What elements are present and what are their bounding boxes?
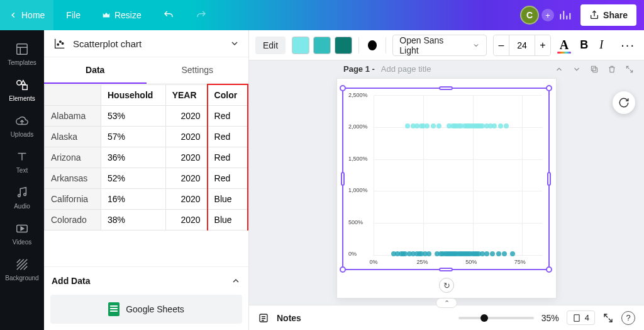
- cell-color[interactable]: Red: [208, 147, 248, 168]
- zoom-slider[interactable]: [458, 317, 534, 319]
- google-sheets-button[interactable]: Google Sheets: [50, 295, 242, 324]
- col-year[interactable]: YEAR: [165, 84, 207, 106]
- cell-year[interactable]: 2020: [165, 127, 207, 147]
- font-select[interactable]: Open Sans Light: [392, 35, 487, 56]
- row-state[interactable]: Arizona: [45, 147, 101, 168]
- delete-page[interactable]: [608, 65, 616, 74]
- row-state[interactable]: Alaska: [45, 127, 101, 147]
- cell-year[interactable]: 2020: [165, 147, 207, 168]
- cell-color[interactable]: Blue: [208, 189, 248, 210]
- col-color[interactable]: Color: [208, 84, 248, 106]
- cell-household[interactable]: 53%: [101, 106, 166, 127]
- col-blank[interactable]: [45, 84, 101, 106]
- tab-data[interactable]: Data: [44, 57, 147, 84]
- text-color-button[interactable]: A: [557, 38, 571, 52]
- font-size-minus[interactable]: –: [494, 35, 509, 55]
- expand-page[interactable]: [625, 65, 634, 74]
- rail-templates[interactable]: Templates: [0, 35, 44, 71]
- resize-handle-nw[interactable]: [340, 85, 346, 91]
- rail-background[interactable]: Background: [0, 251, 44, 287]
- cell-year[interactable]: 2020: [165, 210, 207, 230]
- row-state[interactable]: Alabama: [45, 106, 101, 127]
- zoom-value[interactable]: 35%: [541, 313, 559, 323]
- fullscreen-button[interactable]: [602, 312, 614, 324]
- notes-button[interactable]: Notes: [277, 313, 301, 323]
- rail-uploads[interactable]: Uploads: [0, 107, 44, 143]
- cell-year[interactable]: 2020: [165, 168, 207, 189]
- rail-elements[interactable]: Elements: [0, 71, 44, 107]
- page-indicator[interactable]: 4: [567, 310, 595, 325]
- share-button[interactable]: Share: [580, 4, 636, 26]
- analytics-button[interactable]: [554, 4, 575, 26]
- selection-box[interactable]: 2,500%2,000%1,500%1,000%500%0% 0%25%50%7…: [342, 88, 550, 270]
- more-button[interactable]: ···: [618, 38, 638, 52]
- font-size-input[interactable]: [509, 35, 535, 55]
- table-row[interactable]: Alabama53%2020Red: [45, 106, 248, 127]
- italic-button[interactable]: I: [597, 38, 606, 52]
- table-row[interactable]: California16%2020Blue: [45, 189, 248, 210]
- home-button[interactable]: Home: [0, 0, 53, 30]
- text-color-dot[interactable]: [368, 40, 377, 50]
- canvas-stage[interactable]: 2,500%2,000%1,500%1,000%500%0% 0%25%50%7…: [249, 76, 644, 305]
- add-data-toggle[interactable]: Add Data: [44, 266, 248, 295]
- table-row[interactable]: Arkansas52%2020Red: [45, 168, 248, 189]
- rail-videos[interactable]: Videos: [0, 215, 44, 251]
- cell-year[interactable]: 2020: [165, 106, 207, 127]
- resize-button[interactable]: Resize: [93, 0, 150, 30]
- resize-handle-w[interactable]: [341, 172, 345, 186]
- cell-household[interactable]: 16%: [101, 189, 166, 210]
- regenerate-button[interactable]: [613, 91, 635, 114]
- y-tick: 500%: [348, 219, 363, 225]
- undo-button[interactable]: [154, 0, 183, 30]
- cell-color[interactable]: Blue: [208, 210, 248, 230]
- swatch-3[interactable]: [335, 37, 352, 54]
- tab-settings[interactable]: Settings: [147, 57, 249, 84]
- cell-year[interactable]: 2020: [165, 189, 207, 210]
- canvas-page[interactable]: 2,500%2,000%1,500%1,000%500%0% 0%25%50%7…: [337, 79, 556, 298]
- font-size-plus[interactable]: +: [535, 35, 550, 55]
- data-point: [425, 123, 430, 128]
- resize-handle-n[interactable]: [439, 86, 453, 90]
- cell-color[interactable]: Red: [208, 127, 248, 147]
- resize-handle-e[interactable]: [547, 172, 551, 186]
- file-menu[interactable]: File: [57, 0, 89, 30]
- duplicate-page[interactable]: [590, 65, 599, 74]
- chart-type-selector[interactable]: Scatterplot chart: [44, 30, 248, 57]
- row-state[interactable]: Colorado: [45, 210, 101, 230]
- data-point: [436, 123, 441, 128]
- add-member-button[interactable]: +: [541, 9, 554, 21]
- table-row[interactable]: Arizona36%2020Red: [45, 147, 248, 168]
- resize-handle-s[interactable]: [439, 268, 453, 271]
- cell-household[interactable]: 57%: [101, 127, 166, 147]
- swatch-2[interactable]: [313, 37, 331, 54]
- collapse-pages-button[interactable]: ⌃: [436, 298, 457, 308]
- page-next[interactable]: [572, 65, 581, 74]
- swatch-1[interactable]: [292, 37, 309, 54]
- cell-color[interactable]: Red: [208, 106, 248, 127]
- cell-household[interactable]: 52%: [101, 168, 166, 189]
- cell-household[interactable]: 38%: [101, 210, 166, 230]
- page-prev[interactable]: [555, 65, 564, 74]
- bold-button[interactable]: B: [577, 38, 591, 52]
- col-household[interactable]: Household: [101, 84, 166, 106]
- table-row[interactable]: Alaska57%2020Red: [45, 127, 248, 147]
- edit-chart-button[interactable]: Edit: [255, 37, 286, 54]
- row-state[interactable]: California: [45, 189, 101, 210]
- rotate-handle[interactable]: ↻: [439, 278, 454, 293]
- font-size-stepper[interactable]: – +: [493, 35, 551, 56]
- data-table-wrap[interactable]: Household YEAR Color Alabama53%2020RedAl…: [44, 84, 248, 230]
- resize-handle-ne[interactable]: [546, 85, 552, 91]
- rail-text[interactable]: Text: [0, 143, 44, 179]
- cell-household[interactable]: 36%: [101, 147, 166, 168]
- resize-handle-sw[interactable]: [340, 266, 346, 273]
- help-button[interactable]: ?: [621, 311, 635, 325]
- resize-handle-se[interactable]: [546, 266, 552, 273]
- row-state[interactable]: Arkansas: [45, 168, 101, 189]
- page-title-input[interactable]: Add page title: [381, 64, 431, 74]
- rail-audio[interactable]: Audio: [0, 179, 44, 215]
- redo-button[interactable]: [187, 0, 216, 30]
- table-row[interactable]: Colorado38%2020Blue: [45, 210, 248, 230]
- zoom-knob[interactable]: [480, 314, 488, 322]
- cell-color[interactable]: Red: [208, 168, 248, 189]
- avatar[interactable]: C: [520, 6, 539, 25]
